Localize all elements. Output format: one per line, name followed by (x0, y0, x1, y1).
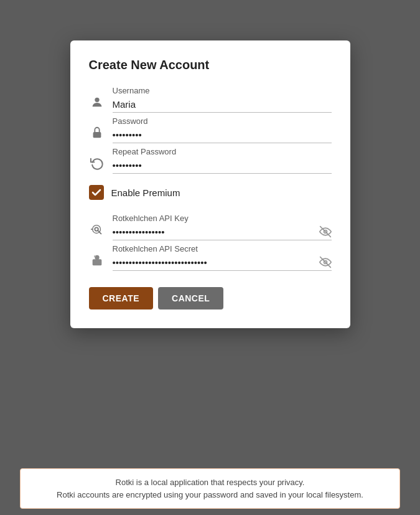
api-key-label: Rotkehlchen API Key (113, 214, 332, 223)
api-key-field-group: Rotkehlchen API Key (113, 214, 332, 240)
api-secret-row: Rotkehlchen API Secret (89, 244, 332, 271)
cancel-button[interactable]: CANCEL (158, 287, 223, 309)
password-row: Password (89, 116, 332, 143)
api-key-toggle-visibility[interactable] (319, 225, 332, 238)
username-input-wrap (113, 98, 332, 113)
repeat-password-field-group: Repeat Password (113, 147, 332, 174)
username-label: Username (113, 86, 332, 95)
user-icon (89, 94, 105, 110)
api-secret-label: Rotkehlchen API Secret (113, 244, 332, 253)
api-secret-input[interactable] (113, 256, 332, 271)
api-secret-toggle-visibility[interactable] (319, 256, 332, 268)
repeat-password-row: Repeat Password (89, 147, 332, 174)
enable-premium-row: Enable Premium (89, 185, 332, 200)
enable-premium-checkbox[interactable] (89, 185, 104, 200)
username-row: Username (89, 86, 332, 113)
create-button[interactable]: CREATE (89, 287, 154, 309)
api-key-input[interactable] (113, 225, 332, 240)
repeat-password-input[interactable] (113, 159, 332, 174)
lock-icon (89, 125, 105, 141)
enable-premium-label: Enable Premium (111, 187, 180, 198)
api-key-row: Rotkehlchen API Key (89, 214, 332, 240)
privacy-line2: Rotki accounts are encrypted using your … (30, 489, 390, 501)
dialog: Create New Account Username (70, 40, 350, 328)
svg-rect-8 (92, 259, 101, 265)
username-input[interactable] (113, 98, 332, 113)
svg-point-10 (93, 255, 95, 257)
api-secret-icon (89, 252, 105, 268)
api-secret-field-group: Rotkehlchen API Secret (113, 244, 332, 271)
password-label: Password (113, 116, 332, 126)
repeat-password-label: Repeat Password (113, 147, 332, 156)
svg-point-4 (92, 225, 100, 234)
svg-point-0 (95, 98, 99, 102)
overlay: Create New Account Username (0, 0, 420, 515)
password-input[interactable] (113, 128, 332, 143)
privacy-banner: Rotki is a local application that respec… (20, 468, 400, 509)
password-input-wrap (113, 128, 332, 143)
api-key-input-wrap (113, 225, 332, 240)
svg-rect-1 (93, 132, 101, 138)
password-field-group: Password (113, 116, 332, 143)
repeat-icon (89, 155, 105, 171)
username-field-group: Username (113, 86, 332, 113)
repeat-password-input-wrap (113, 159, 332, 174)
api-key-icon (89, 222, 105, 238)
button-row: CREATE CANCEL (89, 287, 332, 309)
api-secret-input-wrap (113, 256, 332, 271)
privacy-line1: Rotki is a local application that respec… (30, 476, 390, 489)
dialog-title: Create New Account (89, 58, 332, 72)
